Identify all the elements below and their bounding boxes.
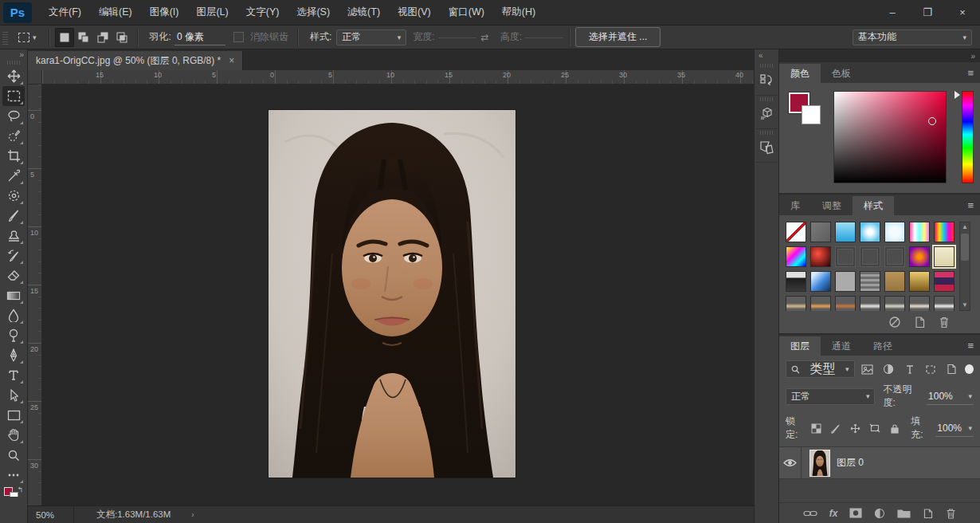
- style-swatch-strip-1[interactable]: [786, 296, 806, 311]
- blend-mode-dropdown[interactable]: 正常 ▾: [786, 388, 875, 405]
- filter-adjustment-layers-icon[interactable]: [880, 361, 896, 377]
- rectangle-tool[interactable]: [2, 405, 25, 425]
- hand-tool[interactable]: [2, 425, 25, 445]
- tab-swatches[interactable]: 色板: [821, 64, 862, 83]
- style-swatch-flat-gray[interactable]: [835, 271, 856, 292]
- style-swatch-white-snowflake[interactable]: [884, 222, 905, 242]
- lock-transparency-icon[interactable]: [809, 420, 823, 436]
- style-swatch-rainbow-radial[interactable]: [786, 246, 806, 267]
- vertical-ruler[interactable]: 051015202530: [28, 85, 42, 505]
- selection-subtract-button[interactable]: [93, 28, 112, 47]
- pen-tool[interactable]: [2, 345, 25, 365]
- filter-smart-objects-icon[interactable]: [943, 361, 959, 377]
- quick-selection-tool[interactable]: [2, 126, 25, 146]
- style-swatch-blue-gloss[interactable]: [835, 222, 856, 242]
- horizontal-ruler[interactable]: 151050510152025303540: [42, 70, 754, 85]
- close-button[interactable]: ×: [945, 0, 980, 25]
- style-swatch-strip-4[interactable]: [860, 296, 880, 311]
- move-tool[interactable]: [2, 66, 25, 86]
- layer-name[interactable]: 图层 0: [837, 456, 864, 470]
- menu-item-5[interactable]: 选择(S): [288, 0, 339, 25]
- path-selection-tool[interactable]: [2, 385, 25, 405]
- scroll-up-icon[interactable]: ▲: [962, 222, 968, 232]
- notes-panel-button[interactable]: [755, 129, 778, 163]
- style-swatch-gray-lines[interactable]: [860, 271, 880, 292]
- style-swatch-strip-7[interactable]: [934, 296, 955, 311]
- style-swatch-cream-frame[interactable]: [934, 246, 955, 267]
- blur-tool[interactable]: [2, 305, 25, 325]
- layer-thumbnail[interactable]: [809, 450, 830, 477]
- new-group-button[interactable]: [897, 508, 911, 518]
- tab-close-icon[interactable]: ×: [229, 55, 234, 66]
- color-swatches-tool[interactable]: ↰: [4, 486, 23, 497]
- brush-tool[interactable]: [2, 206, 25, 226]
- type-tool[interactable]: [2, 365, 25, 385]
- eraser-tool[interactable]: [2, 265, 25, 285]
- delete-layer-button[interactable]: [946, 508, 956, 519]
- style-swatch-no-style[interactable]: [786, 222, 806, 242]
- style-swatch-strip-6[interactable]: [909, 296, 930, 311]
- style-swatch-gold[interactable]: [909, 271, 930, 292]
- panel-menu-icon[interactable]: ≡: [967, 340, 974, 352]
- lock-artboard-icon[interactable]: [868, 420, 883, 436]
- lock-pixels-icon[interactable]: [829, 420, 843, 436]
- selection-new-button[interactable]: [55, 28, 74, 47]
- style-swatch-gray-bevel[interactable]: [810, 222, 831, 242]
- style-swatch-rainbow-pastel[interactable]: [909, 222, 930, 242]
- menu-item-7[interactable]: 视图(V): [389, 0, 440, 25]
- options-grip[interactable]: [2, 30, 8, 45]
- layer-style-fx-button[interactable]: fx: [829, 508, 838, 519]
- tool-preset-picker[interactable]: ▾: [12, 33, 43, 42]
- filter-type-layers-icon[interactable]: [901, 361, 917, 377]
- zoom-level-field[interactable]: 50%: [28, 506, 74, 523]
- style-swatch-blue-shine[interactable]: [810, 271, 831, 292]
- menu-item-1[interactable]: 编辑(E): [90, 0, 141, 25]
- filter-toggle-switch[interactable]: [965, 364, 974, 374]
- layer-row-selected[interactable]: 图层 0: [779, 447, 980, 479]
- status-options-arrow[interactable]: ›: [191, 510, 194, 519]
- style-swatch-red-blue-bands[interactable]: [934, 271, 955, 292]
- menu-item-2[interactable]: 图像(I): [141, 0, 188, 25]
- ruler-origin-corner[interactable]: [28, 70, 42, 85]
- clear-style-button[interactable]: [888, 316, 901, 328]
- style-swatch-black-metal[interactable]: [786, 271, 806, 292]
- menu-item-3[interactable]: 图层(L): [187, 0, 237, 25]
- style-swatch-strip-3[interactable]: [835, 296, 856, 311]
- edit-toolbar-ellipsis[interactable]: [2, 465, 25, 485]
- collapse-panels-icon[interactable]: »: [779, 49, 980, 62]
- history-panel-button[interactable]: [755, 62, 778, 96]
- selection-intersect-button[interactable]: [112, 28, 131, 47]
- swap-colors-icon[interactable]: ↰: [17, 486, 23, 494]
- saturation-brightness-field[interactable]: [833, 91, 947, 183]
- 3d-panel-button[interactable]: [755, 96, 778, 129]
- dodge-tool[interactable]: [2, 325, 25, 345]
- menu-item-4[interactable]: 文字(Y): [237, 0, 288, 25]
- filter-pixel-layers-icon[interactable]: [860, 361, 876, 377]
- style-swatch-empty-2[interactable]: [860, 246, 880, 267]
- layer-visibility-cell[interactable]: [779, 447, 802, 478]
- zoom-tool[interactable]: [2, 445, 25, 465]
- lock-all-icon[interactable]: [888, 420, 902, 436]
- clone-stamp-tool[interactable]: [2, 226, 25, 246]
- scrollbar-thumb[interactable]: [961, 234, 969, 261]
- menu-item-9[interactable]: 帮助(H): [493, 0, 544, 25]
- new-style-button[interactable]: [914, 316, 926, 328]
- panel-menu-icon[interactable]: ≡: [967, 67, 974, 79]
- workspace-dropdown[interactable]: 基本功能 ▾: [853, 29, 972, 45]
- eyedropper-tool[interactable]: [2, 166, 25, 186]
- height-input[interactable]: [525, 36, 563, 38]
- style-dropdown[interactable]: 正常 ▾: [336, 29, 406, 45]
- width-input[interactable]: [438, 36, 476, 38]
- rectangular-marquee-tool[interactable]: [2, 86, 25, 106]
- tab-adjustments[interactable]: 调整: [811, 196, 853, 215]
- filter-shape-layers-icon[interactable]: [923, 361, 939, 377]
- hue-slider[interactable]: [962, 91, 974, 183]
- fill-dropdown[interactable]: 100% ▾: [935, 420, 974, 437]
- document-tab[interactable]: kara1-OrigCC.jpg @ 50% (图层 0, RGB/8) * ×: [28, 51, 243, 70]
- tab-paths[interactable]: 路径: [862, 336, 904, 356]
- spot-healing-brush-tool[interactable]: [2, 186, 25, 206]
- styles-scrollbar[interactable]: ▲ ▼: [959, 222, 970, 311]
- style-swatch-empty-1[interactable]: [835, 246, 856, 267]
- toolbar-expand-icon[interactable]: »: [19, 49, 27, 61]
- toolbar-grip[interactable]: [7, 61, 20, 65]
